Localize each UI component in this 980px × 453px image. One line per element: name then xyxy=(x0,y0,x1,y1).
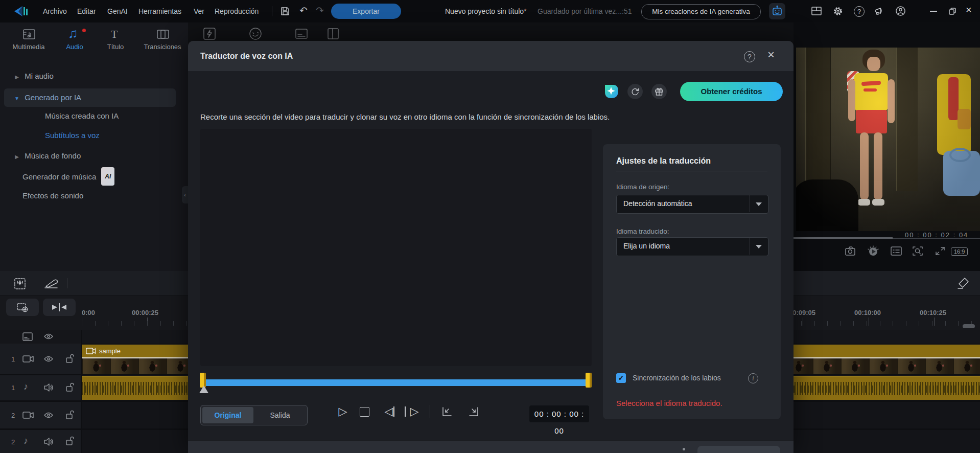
playhead-marker[interactable] xyxy=(199,386,208,393)
timeline-settings-icon[interactable] xyxy=(13,277,27,290)
tab-audio[interactable]: ♫ Audio xyxy=(53,27,97,51)
target-language-dropdown[interactable]: Elija un idioma xyxy=(616,237,768,256)
tab-titulo[interactable]: T Título xyxy=(94,27,137,51)
gear-icon[interactable] xyxy=(833,6,843,18)
close-window-button[interactable]: × xyxy=(966,4,972,16)
toggle-original[interactable]: Original xyxy=(202,407,253,423)
mark-in-button[interactable] xyxy=(440,405,454,418)
modal-help-icon[interactable]: ? xyxy=(744,51,755,62)
track-header-video-1[interactable]: 1 xyxy=(0,344,81,374)
original-output-toggle: Original Salida xyxy=(200,405,308,425)
tree-item-efectos-de-sonido[interactable]: Efectos de sonido xyxy=(22,187,206,205)
zoom-selection-icon[interactable] xyxy=(912,245,923,257)
mark-out-button[interactable] xyxy=(467,405,480,418)
transport-divider xyxy=(430,405,430,418)
next-frame-button[interactable]: ▷ xyxy=(407,404,422,419)
translation-settings-panel: Ajustes de la traducción Idioma de orige… xyxy=(603,144,781,419)
modal-close-icon[interactable]: × xyxy=(767,48,775,62)
lock-open-icon[interactable] xyxy=(65,410,74,420)
preview-panel: 00 : 00 : 02 : 04 16:9 xyxy=(794,22,980,271)
ruler-label: 00:10:25 xyxy=(920,309,946,316)
trim-end-handle[interactable] xyxy=(586,373,592,388)
ruler-label: 00:00:25 xyxy=(132,309,158,316)
gift-button[interactable] xyxy=(651,84,667,99)
auto-ripple-button[interactable] xyxy=(43,299,76,316)
lock-open-icon[interactable] xyxy=(65,436,74,446)
menu-genai[interactable]: GenAI xyxy=(107,0,128,22)
source-language-value: Detección automática xyxy=(623,195,692,212)
media-tabs: Multimedia ♫ Audio T Título Transiciones xyxy=(0,22,188,51)
track-header-audio-2[interactable]: 2 ♪ xyxy=(0,430,81,453)
marker-list-icon[interactable] xyxy=(891,246,902,256)
save-icon[interactable] xyxy=(281,7,290,18)
lock-open-icon[interactable] xyxy=(65,382,74,392)
lipsync-checkbox[interactable]: ✓ xyxy=(616,373,626,383)
refresh-credits-button[interactable] xyxy=(627,84,643,99)
eye-icon[interactable] xyxy=(43,411,54,419)
tree-item-mi-audio[interactable]: ▶ Mi audio xyxy=(11,67,195,85)
aspect-ratio-button[interactable]: 16:9 xyxy=(951,247,968,256)
toolbar-divider xyxy=(35,278,35,288)
get-credits-button[interactable]: Obtener créditos xyxy=(680,82,783,101)
speaker-icon[interactable] xyxy=(43,437,54,446)
audio-track-icon: ♪ xyxy=(24,381,28,392)
undo-icon[interactable]: ↶ xyxy=(299,5,308,16)
add-media-button[interactable] xyxy=(6,299,39,316)
megaphone-icon[interactable] xyxy=(874,6,885,18)
trim-range-bar[interactable] xyxy=(206,379,586,386)
help-icon[interactable]: ? xyxy=(854,6,865,17)
info-icon[interactable]: i xyxy=(748,373,758,383)
tree-item-musica-de-fondo[interactable]: ▶ Música de fondo xyxy=(11,147,195,165)
title-icon: T xyxy=(111,28,118,41)
menu-ver[interactable]: Ver xyxy=(194,0,204,22)
razor-icon[interactable] xyxy=(44,277,59,290)
lipsync-label: Sincronización de los labios xyxy=(633,374,721,382)
stop-button[interactable] xyxy=(360,407,369,417)
menu-reproduccion[interactable]: Reproducción xyxy=(215,0,259,22)
tree-label: Música creada con IA xyxy=(45,111,119,120)
menu-herramientas[interactable]: Herramientas xyxy=(138,0,181,22)
account-icon[interactable] xyxy=(895,6,906,18)
lock-open-icon[interactable] xyxy=(65,354,74,364)
eye-icon[interactable] xyxy=(43,355,54,363)
tab-multimedia-label: Multimedia xyxy=(7,43,51,51)
multimedia-icon xyxy=(22,28,36,41)
source-language-dropdown[interactable]: Detección automática xyxy=(616,195,768,214)
tree-item-generado-por-ia[interactable]: ▼ Generado por IA xyxy=(11,89,195,106)
timeline-tools-icon[interactable] xyxy=(956,277,970,290)
fullscreen-icon[interactable] xyxy=(935,246,946,256)
subtitle-track-icon[interactable] xyxy=(22,332,33,341)
track-header-video-2[interactable]: 2 xyxy=(0,402,81,428)
footer-action-button[interactable] xyxy=(697,446,780,453)
track-header-audio-1[interactable]: 1 ♪ xyxy=(0,375,81,400)
heading-underline xyxy=(616,171,767,171)
layout-icon[interactable] xyxy=(811,7,822,17)
minimize-button[interactable] xyxy=(930,11,937,12)
tab-transiciones[interactable]: Transiciones xyxy=(141,27,184,51)
toolbar-divider xyxy=(67,278,68,288)
restore-button[interactable] xyxy=(948,7,956,15)
media-panel: Multimedia ♫ Audio T Título Transiciones… xyxy=(0,22,188,271)
eye-icon[interactable] xyxy=(43,332,54,341)
timeline-scrollbar-thumb[interactable] xyxy=(963,324,975,328)
video-light-overlay xyxy=(796,48,980,231)
redo-icon[interactable]: ↷ xyxy=(316,5,324,16)
menu-archivo[interactable]: Archivo xyxy=(43,0,67,22)
snapshot-icon[interactable] xyxy=(845,246,856,256)
caret-right-icon: ▶ xyxy=(11,148,22,166)
target-language-label: Idioma traducido: xyxy=(616,228,669,235)
menu-editar[interactable]: Editar xyxy=(77,0,96,22)
tab-multimedia[interactable]: Multimedia xyxy=(7,27,51,51)
render-preview-icon[interactable] xyxy=(867,245,879,258)
ai-copilot-button[interactable] xyxy=(769,3,785,19)
audio-track-icon: ♪ xyxy=(24,436,28,446)
play-button[interactable]: ▷ xyxy=(335,404,351,419)
tree-label: Subtítulos a voz xyxy=(45,131,100,140)
speaker-icon[interactable] xyxy=(43,383,54,392)
app-window: Archivo Editar GenAI Herramientas Ver Re… xyxy=(0,0,980,453)
panel-collapse-handle[interactable]: ‹ xyxy=(182,186,188,203)
toggle-salida[interactable]: Salida xyxy=(254,407,306,423)
tree-item-generador-de-musica[interactable]: Generador de músicaAI xyxy=(22,167,206,185)
ai-creations-button[interactable]: Mis creaciones de IA generativa xyxy=(641,4,761,19)
export-button[interactable]: Exportar xyxy=(331,4,401,19)
